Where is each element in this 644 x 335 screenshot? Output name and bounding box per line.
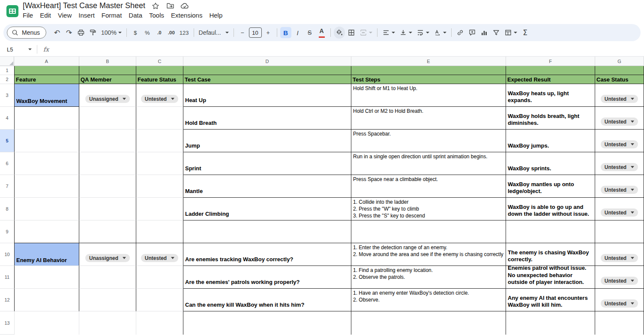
cell-G7[interactable]: Untested: [595, 175, 644, 198]
cell-B3[interactable]: Unassigned: [79, 84, 136, 107]
cell-B12[interactable]: [79, 289, 136, 311]
menu-insert[interactable]: Insert: [75, 11, 98, 20]
create-filter-button[interactable]: [491, 27, 502, 39]
menu-data[interactable]: Data: [125, 11, 146, 20]
menu-file[interactable]: File: [19, 11, 36, 20]
dropdown-chip[interactable]: Untested: [141, 95, 178, 103]
document-title[interactable]: [WaxHeart] Test Case Master Sheet: [23, 1, 145, 10]
cell-C1[interactable]: [136, 66, 183, 75]
cell-D6[interactable]: Sprint: [183, 152, 351, 175]
redo-button[interactable]: ↷: [63, 27, 75, 39]
dropdown-chip[interactable]: Untested: [141, 254, 178, 262]
cell-F7[interactable]: WaxBoy mantles up onto ledge/object.: [506, 175, 595, 198]
column-header-B[interactable]: B: [79, 57, 136, 66]
cell-A5[interactable]: [14, 130, 79, 152]
dropdown-chip[interactable]: Untested: [601, 140, 638, 148]
row-header-10[interactable]: 10: [0, 243, 14, 266]
merge-cells-button[interactable]: [358, 27, 374, 39]
cell-B8[interactable]: [79, 198, 136, 220]
dropdown-chip[interactable]: Untested: [601, 208, 638, 217]
cell-D11[interactable]: Are the enemies' patrols working properl…: [183, 266, 351, 289]
row-header-1[interactable]: 1: [0, 66, 14, 75]
dropdown-chip[interactable]: Untested: [601, 254, 638, 262]
cell-B5[interactable]: [79, 130, 136, 152]
cell-B1[interactable]: [79, 66, 136, 75]
cell-A10[interactable]: Enemy AI Behavior: [14, 243, 79, 266]
cell-C2[interactable]: Feature Status: [136, 75, 183, 84]
star-button[interactable]: [151, 2, 160, 10]
cell-B4[interactable]: [79, 107, 136, 130]
cell-F4[interactable]: WaxBoy holds breath, light diminishes.: [506, 107, 595, 130]
dropdown-chip[interactable]: Untested: [601, 118, 638, 126]
dropdown-chip[interactable]: Untested: [601, 163, 638, 171]
row-header-3[interactable]: 3: [0, 84, 14, 107]
formula-input[interactable]: [54, 42, 644, 56]
cell-A3[interactable]: WaxBoy Movement: [14, 84, 79, 107]
cell-E4[interactable]: Hold Ctrl or M2 to Hold Breath.: [351, 107, 506, 130]
sheets-logo-icon[interactable]: [6, 5, 18, 17]
undo-button[interactable]: ↶: [51, 27, 63, 39]
cell-G11[interactable]: Untested: [595, 266, 644, 289]
cell-B10[interactable]: Unassigned: [79, 243, 136, 266]
italic-button[interactable]: I: [292, 27, 303, 39]
cell-D1[interactable]: [183, 66, 351, 75]
insert-comment-button[interactable]: [467, 27, 478, 39]
more-formats-button[interactable]: 123: [178, 27, 191, 39]
dropdown-chip[interactable]: Untested: [601, 277, 638, 285]
cell-A8[interactable]: [14, 198, 79, 220]
cell-A7[interactable]: [14, 175, 79, 198]
text-wrap-button[interactable]: [415, 27, 431, 39]
paint-format-button[interactable]: [87, 27, 99, 39]
cell-C7[interactable]: [136, 175, 183, 198]
row-header-9[interactable]: 9: [0, 220, 14, 243]
fill-color-button[interactable]: [334, 27, 345, 39]
row-header-5[interactable]: 5: [0, 130, 14, 152]
cell-D13[interactable]: [183, 311, 351, 335]
cell-E9[interactable]: [351, 220, 506, 243]
cell-E6[interactable]: Run in a single open direction until spr…: [351, 152, 506, 175]
horizontal-align-button[interactable]: [380, 27, 397, 39]
cell-B13[interactable]: [79, 311, 136, 335]
cell-C10[interactable]: Untested: [136, 243, 183, 266]
cell-A6[interactable]: [14, 152, 79, 175]
cell-D12[interactable]: Can the enemy kill WaxBoy when it hits h…: [183, 289, 351, 311]
cell-F11[interactable]: Enemies patrol without issue. No unexpec…: [506, 266, 595, 289]
dropdown-chip[interactable]: Untested: [601, 299, 638, 308]
cell-C4[interactable]: [136, 107, 183, 130]
cell-D7[interactable]: Mantle: [183, 175, 351, 198]
cell-E3[interactable]: Hold Shift or M1 to Heat Up.: [351, 84, 506, 107]
cell-A4[interactable]: [14, 107, 79, 130]
row-header-4[interactable]: 4: [0, 107, 14, 130]
cell-E13[interactable]: [351, 311, 506, 335]
bold-button[interactable]: B: [280, 27, 291, 38]
insert-link-button[interactable]: [455, 27, 466, 39]
font-size-input[interactable]: 10: [249, 27, 262, 38]
functions-button[interactable]: Σ: [520, 27, 531, 39]
move-button[interactable]: [166, 2, 174, 10]
row-header-6[interactable]: 6: [0, 152, 14, 175]
cell-E11[interactable]: 1. Find a patrolling enemy location. 2. …: [351, 266, 506, 289]
cell-B2[interactable]: QA Member: [79, 75, 136, 84]
cell-G5[interactable]: Untested: [595, 130, 644, 152]
cell-G10[interactable]: Untested: [595, 243, 644, 266]
cell-D9[interactable]: [183, 220, 351, 243]
menus-button[interactable]: Menus: [7, 27, 46, 39]
cell-C8[interactable]: [136, 198, 183, 220]
dropdown-chip[interactable]: Unassigned: [85, 254, 130, 262]
row-header-11[interactable]: 11: [0, 266, 14, 289]
cell-G13[interactable]: [595, 311, 644, 335]
cell-C5[interactable]: [136, 130, 183, 152]
format-currency-button[interactable]: $: [130, 27, 141, 39]
cell-D3[interactable]: Heat Up: [183, 84, 351, 107]
row-header-8[interactable]: 8: [0, 198, 14, 220]
cell-A9[interactable]: [14, 220, 79, 243]
cell-A1[interactable]: [14, 66, 79, 75]
cell-C11[interactable]: [136, 266, 183, 289]
column-header-D[interactable]: D: [183, 57, 351, 66]
text-rotation-button[interactable]: [432, 27, 448, 39]
cell-A13[interactable]: [14, 311, 79, 335]
cell-C13[interactable]: [136, 311, 183, 335]
cell-D2[interactable]: Test Case: [183, 75, 351, 84]
cell-E2[interactable]: Test Steps: [351, 75, 506, 84]
cell-B7[interactable]: [79, 175, 136, 198]
